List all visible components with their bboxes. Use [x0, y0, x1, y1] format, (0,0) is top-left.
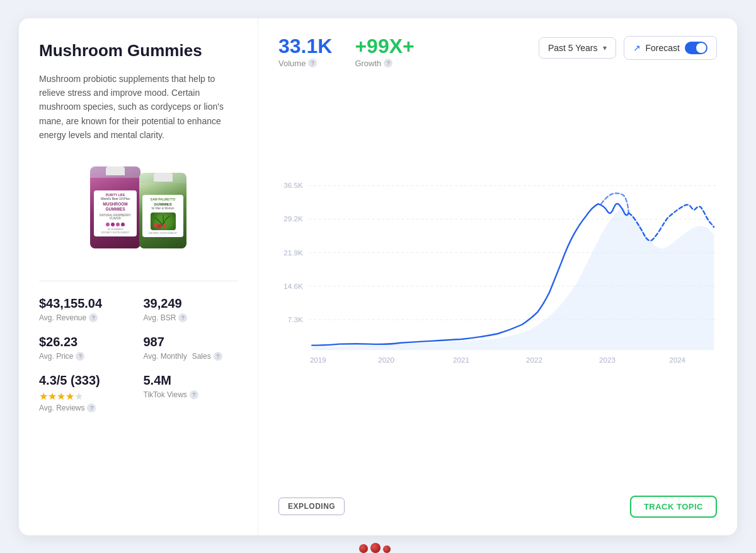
stat-avg-monthly-sales: 987 Avg. Monthly Sales ?: [144, 335, 238, 361]
track-topic-button[interactable]: TRACK TOPIC: [630, 496, 717, 518]
avg-bsr-help-icon[interactable]: ?: [178, 313, 187, 322]
avg-reviews-help-icon[interactable]: ?: [87, 404, 96, 412]
volume-label: Volume ?: [278, 59, 332, 68]
tiktok-views-help-icon[interactable]: ?: [190, 390, 198, 399]
stat-avg-reviews: 4.3/5 (333) ★★★★★ Avg. Reviews ?: [39, 373, 134, 412]
forecast-toggle[interactable]: [685, 42, 707, 54]
stars-rating: ★★★★★: [39, 390, 134, 402]
avg-price-value: $26.23: [39, 335, 134, 349]
stat-avg-revenue: $43,155.04 Avg. Revenue ?: [39, 296, 134, 322]
stat-tiktok-views: 5.4M TikTok Views ?: [144, 373, 238, 412]
x-label-2019: 2019: [310, 355, 326, 363]
avg-price-help-icon[interactable]: ?: [76, 352, 84, 361]
y-label-29k: 29.2K: [284, 214, 303, 223]
svg-point-3: [163, 224, 166, 228]
bottle-2: SAW PALMETTO GUMMIES for Men & Women: [139, 173, 186, 248]
growth-label: Growth ?: [355, 59, 414, 68]
toggle-knob: [696, 43, 706, 53]
avg-monthly-sales-value: 987: [144, 335, 238, 349]
chart-area: 36.5K 29.2K 21.9K 14.6K 7.3K: [278, 83, 717, 483]
y-label-36k: 36.5K: [284, 181, 303, 189]
bottle-cap-2: [154, 173, 173, 182]
avg-revenue-help-icon[interactable]: ?: [89, 313, 98, 322]
main-card: Mushroom Gummies Mushroom probiotic supp…: [19, 18, 737, 535]
forecast-button[interactable]: ↗ Forecast: [624, 36, 717, 60]
growth-metric: +99X+ Growth ?: [355, 36, 414, 68]
svg-point-1: [154, 223, 158, 227]
metrics-row: 33.1K Volume ? +99X+ Growth ?: [278, 36, 524, 68]
y-label-7k: 7.3K: [288, 315, 303, 323]
growth-help-icon[interactable]: ?: [384, 59, 392, 67]
chevron-down-icon: ▾: [603, 44, 607, 52]
x-label-2024: 2024: [669, 355, 685, 363]
exploding-badge: EXPLODING: [278, 498, 345, 515]
avg-price-label: Avg. Price ?: [39, 352, 134, 361]
forecast-label: Forecast: [646, 43, 680, 53]
avg-bsr-value: 39,249: [144, 296, 238, 311]
controls-row: Past 5 Years ▾ ↗ Forecast: [539, 36, 717, 60]
avg-monthly-sales-help-icon[interactable]: ?: [214, 352, 222, 361]
divider: [39, 281, 238, 281]
avg-reviews-label: Avg. Reviews ?: [39, 404, 134, 412]
product-title: Mushroom Gummies: [39, 41, 238, 61]
x-label-2023: 2023: [599, 355, 616, 363]
stat-avg-bsr: 39,249 Avg. BSR ?: [144, 296, 238, 322]
x-label-2022: 2022: [526, 355, 542, 363]
product-description: Mushroom probiotic supplements that help…: [39, 72, 238, 143]
chart-header: 33.1K Volume ? +99X+ Growth ? Past 5 Y: [278, 36, 717, 68]
x-label-2020: 2020: [378, 355, 394, 363]
forecast-chart-icon: ↗: [633, 43, 641, 53]
avg-revenue-value: $43,155.04: [39, 296, 134, 311]
y-label-15k: 14.6K: [284, 281, 303, 289]
chart-footer: EXPLODING TRACK TOPIC: [278, 496, 717, 518]
right-panel: 33.1K Volume ? +99X+ Growth ? Past 5 Y: [258, 18, 737, 535]
bottle-cap-1: [106, 166, 125, 175]
avg-revenue-label: Avg. Revenue ?: [39, 313, 134, 322]
growth-value: +99X+: [355, 36, 414, 56]
bottle-1: PURITY LIFE World's Best 10-Plus MUSHROO…: [90, 166, 140, 248]
time-range-dropdown[interactable]: Past 5 Years ▾: [539, 37, 616, 59]
tiktok-views-value: 5.4M: [144, 373, 238, 388]
x-label-2021: 2021: [453, 355, 469, 363]
volume-metric: 33.1K Volume ?: [278, 36, 332, 68]
tiktok-views-label: TikTok Views ?: [144, 390, 238, 399]
avg-reviews-value: 4.3/5 (333): [39, 373, 134, 388]
avg-monthly-sales-label: Avg. Monthly Sales ?: [144, 352, 238, 361]
time-range-label: Past 5 Years: [548, 43, 598, 53]
y-label-22k: 21.9K: [284, 248, 303, 256]
stat-avg-price: $26.23 Avg. Price ?: [39, 335, 134, 361]
volume-value: 33.1K: [278, 36, 332, 56]
product-image-area: PURITY LIFE World's Best 10-Plus MUSHROO…: [39, 157, 238, 258]
stats-grid: $43,155.04 Avg. Revenue ? 39,249 Avg. BS…: [39, 296, 238, 412]
volume-help-icon[interactable]: ?: [308, 59, 317, 67]
svg-point-2: [157, 224, 161, 228]
product-image: PURITY LIFE World's Best 10-Plus MUSHROO…: [90, 166, 186, 248]
trend-chart: 36.5K 29.2K 21.9K 14.6K 7.3K: [278, 83, 717, 483]
avg-bsr-label: Avg. BSR ?: [144, 313, 238, 322]
left-panel: Mushroom Gummies Mushroom probiotic supp…: [19, 18, 258, 535]
